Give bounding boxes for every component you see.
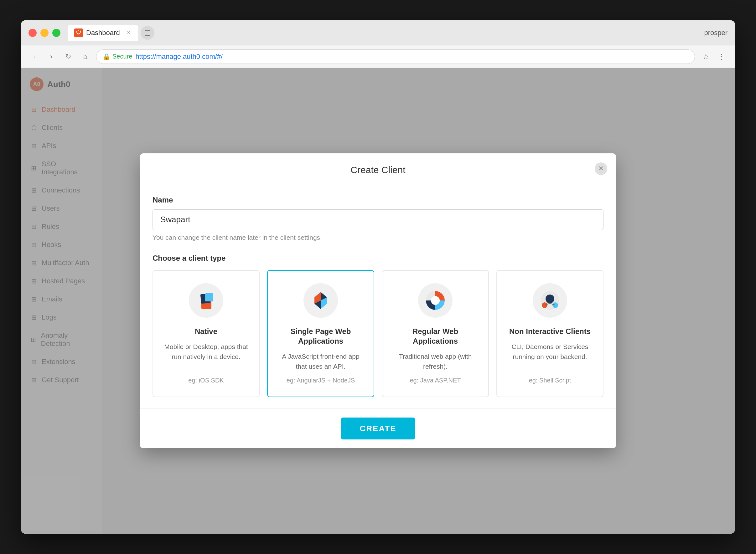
svg-rect-4	[205, 293, 213, 301]
menu-icon[interactable]: ⋮	[716, 51, 727, 63]
name-field-label: Name	[153, 196, 603, 204]
name-field-hint: You can change the client name later in …	[153, 234, 603, 241]
tab-close-button[interactable]: ×	[125, 30, 132, 36]
rwa-type-desc: Traditional web app (with refresh).	[391, 351, 480, 371]
toolbar-actions: ☆ ⋮	[700, 51, 727, 63]
nic-type-eg: eg: Shell Script	[529, 377, 571, 384]
spa-type-name: Single Page Web Applications	[276, 326, 365, 346]
reload-button[interactable]: ↻	[62, 51, 74, 63]
spa-type-desc: A JavaScript front-end app that uses an …	[276, 351, 365, 371]
browser-window: 🛡 Dashboard × □ prosper ‹ › ↻ ⌂ 🔒 Secure…	[21, 20, 735, 534]
home-button[interactable]: ⌂	[79, 51, 91, 63]
active-tab[interactable]: 🛡 Dashboard ×	[68, 25, 138, 41]
create-button[interactable]: CREATE	[341, 418, 415, 439]
tab-favicon-icon: 🛡	[74, 29, 83, 37]
modal-footer: CREATE	[140, 408, 616, 448]
bookmark-icon[interactable]: ☆	[700, 51, 712, 63]
spa-type-eg: eg: AngularJS + NodeJS	[287, 377, 355, 384]
url-text: https://manage.auth0.com/#/	[135, 53, 223, 61]
minimize-traffic-light[interactable]	[40, 29, 49, 37]
browser-toolbar: ‹ › ↻ ⌂ 🔒 Secure https://manage.auth0.co…	[21, 45, 735, 68]
back-button[interactable]: ‹	[29, 51, 40, 63]
nic-icon-circle	[533, 283, 567, 318]
rwa-type-eg: eg: Java ASP.NET	[410, 377, 461, 384]
client-type-section-label: Choose a client type	[153, 254, 603, 263]
client-types-grid: Native Mobile or Desktop, apps that run …	[153, 270, 603, 397]
modal-header: Create Client ✕	[140, 153, 616, 184]
nic-type-name: Non Interactive Clients	[509, 326, 591, 336]
client-type-card-spa[interactable]: Single Page Web Applications A JavaScrip…	[267, 270, 374, 397]
maximize-traffic-light[interactable]	[52, 29, 60, 37]
client-name-input[interactable]	[153, 209, 603, 230]
modal-body: Name You can change the client name late…	[140, 184, 616, 408]
modal-close-button[interactable]: ✕	[595, 162, 607, 175]
browser-titlebar: 🛡 Dashboard × □ prosper	[21, 20, 735, 45]
svg-point-12	[431, 296, 440, 305]
svg-point-14	[546, 294, 554, 303]
traffic-lights	[29, 29, 60, 37]
rwa-icon-circle	[418, 283, 453, 318]
native-type-eg: eg: iOS SDK	[188, 377, 223, 384]
tab-bar: 🛡 Dashboard × □	[68, 25, 699, 41]
native-type-desc: Mobile or Desktop, apps that run nativel…	[162, 342, 250, 371]
browser-username: prosper	[704, 29, 727, 37]
client-type-card-native[interactable]: Native Mobile or Desktop, apps that run …	[153, 270, 260, 397]
browser-content: A0 Auth0 ⊞Dashboard⬡Clients⊞APIs⊞SSO Int…	[21, 68, 735, 534]
modal-overlay: Create Client ✕ Name You can change the …	[21, 68, 735, 534]
native-icon-circle	[189, 283, 223, 318]
tab-title: Dashboard	[86, 29, 120, 37]
client-type-card-nic[interactable]: Non Interactive Clients CLI, Daemons or …	[496, 270, 603, 397]
forward-button[interactable]: ›	[45, 51, 57, 63]
close-traffic-light[interactable]	[29, 29, 37, 37]
spa-icon-circle	[303, 283, 338, 318]
address-bar[interactable]: 🔒 Secure https://manage.auth0.com/#/	[96, 49, 695, 64]
modal-title: Create Client	[350, 165, 405, 175]
nic-type-desc: CLI, Daemons or Services running on your…	[506, 342, 594, 371]
client-type-card-rwa[interactable]: Regular Web Applications Traditional web…	[382, 270, 489, 397]
create-client-modal: Create Client ✕ Name You can change the …	[140, 153, 616, 448]
secure-badge: 🔒 Secure	[103, 53, 132, 60]
new-tab-button[interactable]: □	[141, 26, 154, 40]
native-type-name: Native	[195, 326, 217, 336]
rwa-type-name: Regular Web Applications	[391, 326, 480, 346]
